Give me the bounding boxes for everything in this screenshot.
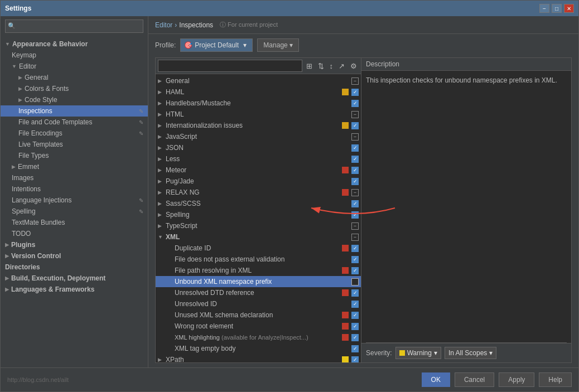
sort3-button[interactable]: ↗ [337,61,346,71]
checkbox-relax[interactable]: − [351,189,359,196]
sidebar-item-language-injections[interactable]: Language Injections ✎ [1,195,148,206]
tree-item-duplicate-id[interactable]: Duplicate ID ✓ [156,243,361,254]
sidebar-item-general[interactable]: ▶ General [1,72,148,83]
sidebar-item-editor[interactable]: ▼ Editor [1,61,148,72]
sidebar-item-file-encodings[interactable]: File Encodings ✎ [1,128,148,139]
sidebar-item-code-style[interactable]: ▶ Code Style [1,94,148,105]
tree-item-haml[interactable]: ▶ HAML ✓ [156,86,361,98]
checkbox-unbound-xml[interactable] [351,278,359,285]
sidebar-item-inspections[interactable]: Inspections ✎ [1,105,148,117]
sidebar-item-plugins[interactable]: ▶ Plugins [1,239,148,250]
cancel-button[interactable]: Cancel [455,372,494,387]
tree-item-i18n[interactable]: ▶ Internationalization issues ✓ [156,120,361,131]
sidebar-item-label: Colors & Fonts [25,85,69,93]
maximize-button[interactable]: □ [552,4,562,13]
tree-item-relax[interactable]: ▶ RELAX NG − [156,187,361,198]
tree-item-json[interactable]: ▶ JSON ✓ [156,142,361,153]
tree-item-unresolved-id[interactable]: Unresolved ID ✓ [156,298,361,309]
sidebar-item-todo[interactable]: TODO [1,228,148,239]
checkbox-wrong-root[interactable]: ✓ [351,323,359,330]
ok-button[interactable]: OK [422,372,450,387]
tree-item-handlebars[interactable]: ▶ Handlebars/Mustache ✓ [156,98,361,109]
checkbox-json[interactable]: ✓ [351,144,359,152]
sort1-button[interactable]: ⇅ [316,61,326,71]
sidebar-item-colors-fonts[interactable]: ▶ Colors & Fonts [1,83,148,94]
tree-item-html[interactable]: ▶ HTML − [156,109,361,120]
checkbox-unused-schema[interactable]: ✓ [351,312,359,319]
checkbox-duplicate-id[interactable]: ✓ [351,245,359,252]
sidebar-item-appearance[interactable]: ▼ Appearance & Behavior [1,38,148,50]
checkbox-unresolved-dtd[interactable]: ✓ [351,289,359,297]
sidebar-item-live-templates[interactable]: Live Templates [1,139,148,150]
window-controls: − □ ✕ [539,4,574,13]
checkbox-xml-highlighting[interactable]: ✓ [351,334,359,341]
checkbox-xpath[interactable]: ✓ [351,356,359,363]
sidebar-item-label: Emmet [18,163,39,171]
tree-item-xml-highlighting[interactable]: XML highlighting (available for Analyze|… [156,332,361,343]
checkbox-meteor[interactable]: ✓ [351,167,359,174]
settings-button[interactable]: ⚙ [349,61,359,71]
severity-select[interactable]: Warning ▾ [395,347,441,359]
breadcrumb-hint: ⓘ For current project [220,21,278,29]
help-button[interactable]: Help [539,372,572,387]
tree-item-pug[interactable]: ▶ Pug/Jade ✓ [156,176,361,187]
checkbox-less[interactable]: ✓ [351,156,359,163]
checkbox-file-validation[interactable]: ✓ [351,256,359,263]
search-icon: 🔍 [8,22,16,30]
tree-search-input[interactable] [158,60,302,72]
checkbox-spelling[interactable]: ✓ [351,211,359,219]
tree-item-typescript[interactable]: ▶ TypeScript − [156,220,361,231]
filter-button[interactable]: ⊞ [305,61,314,71]
checkbox-haml[interactable]: ✓ [351,89,359,96]
sidebar-item-keymap[interactable]: Keymap [1,50,148,61]
sidebar-item-spelling[interactable]: Spelling ✎ [1,206,148,217]
expand-icon: ▼ [5,41,10,47]
tree-item-unbound-xml[interactable]: Unbound XML namespace prefix [156,276,361,287]
sidebar-item-languages[interactable]: ▶ Languages & Frameworks [1,284,148,295]
tree-item-sass[interactable]: ▶ Sass/SCSS ✓ [156,198,361,209]
tree-item-javascript[interactable]: ▶ JavaScript − [156,131,361,142]
tree-item-xml-empty-body[interactable]: XML tag empty body ✓ [156,343,361,354]
tree-item-file-external-validation[interactable]: File does not pass external validation ✓ [156,254,361,265]
nav-search-input[interactable] [5,20,143,33]
tree-item-unused-schema[interactable]: Unused XML schema declaration ✓ [156,309,361,321]
sidebar-item-directories[interactable]: Directories [1,262,148,273]
tree-item-less[interactable]: ▶ Less ✓ [156,153,361,164]
tree-item-wrong-root[interactable]: Wrong root element ✓ [156,321,361,332]
checkbox-general[interactable]: − [351,78,359,85]
checkbox-unresolved-id[interactable]: ✓ [351,301,359,308]
sidebar-item-build[interactable]: ▶ Build, Execution, Deployment [1,273,148,284]
sidebar-item-images[interactable]: Images [1,172,148,183]
checkbox-handlebars[interactable]: ✓ [351,100,359,107]
tree-item-spelling[interactable]: ▶ Spelling ✓ [156,209,361,220]
sidebar-item-file-code-templates[interactable]: File and Code Templates ✎ [1,117,148,128]
checkbox-typescript[interactable]: − [351,222,359,230]
apply-button[interactable]: Apply [499,372,534,387]
tree-item-general[interactable]: ▶ General − [156,75,361,86]
sidebar-item-file-types[interactable]: File Types [1,150,148,161]
manage-button[interactable]: Manage ▾ [257,38,299,52]
checkbox-i18n[interactable]: ✓ [351,122,359,129]
sort2-button[interactable]: ↕ [328,61,335,71]
sidebar-item-intentions[interactable]: Intentions [1,183,148,195]
checkbox-javascript[interactable]: − [351,133,359,141]
checkbox-xml-empty-body[interactable]: ✓ [351,345,359,352]
sidebar-item-emmet[interactable]: ▶ Emmet [1,161,148,172]
sidebar-item-version-control[interactable]: ▶ Version Control [1,250,148,262]
sidebar-item-textmate-bundles[interactable]: TextMate Bundles [1,217,148,228]
tree-item-xpath[interactable]: ▶ XPath ✓ [156,354,361,362]
sidebar-item-label: TODO [12,230,31,238]
close-button[interactable]: ✕ [564,4,574,13]
checkbox-pug[interactable]: ✓ [351,178,359,185]
checkbox-xml[interactable]: − [351,234,359,241]
tree-item-meteor[interactable]: ▶ Meteor ✓ [156,164,361,176]
checkbox-file-path-xml[interactable]: ✓ [351,267,359,274]
checkbox-html[interactable]: − [351,111,359,118]
tree-item-xml[interactable]: ▼ XML − [156,231,361,243]
profile-select[interactable]: 🎯 Project Default ▾ [180,38,253,52]
checkbox-sass[interactable]: ✓ [351,200,359,207]
tree-item-file-path-xml[interactable]: File path resolving in XML ✓ [156,265,361,276]
tree-item-unresolved-dtd[interactable]: Unresolved DTD reference ✓ [156,287,361,298]
scope-select[interactable]: In All Scopes ▾ [445,347,496,359]
minimize-button[interactable]: − [539,4,549,13]
